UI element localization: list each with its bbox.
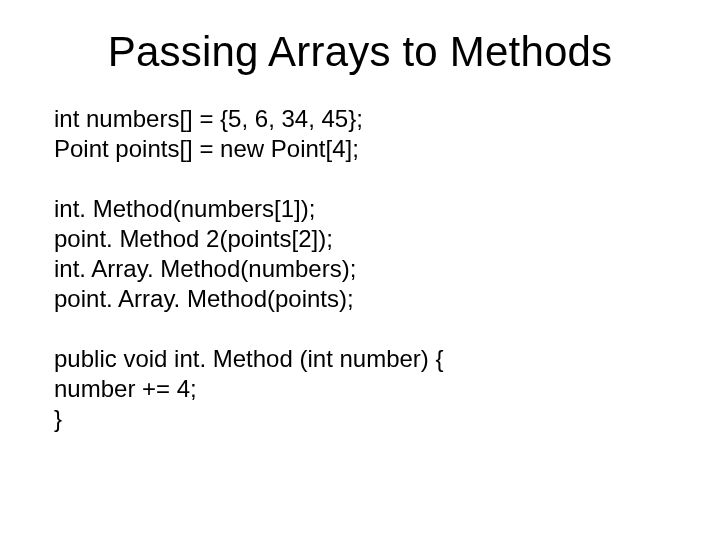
- code-line: point. Array. Method(points);: [54, 284, 666, 314]
- code-block-calls: int. Method(numbers[1]); point. Method 2…: [54, 194, 666, 314]
- code-line: int. Array. Method(numbers);: [54, 254, 666, 284]
- code-block-method-def: public void int. Method (int number) { n…: [54, 344, 666, 434]
- code-line: point. Method 2(points[2]);: [54, 224, 666, 254]
- slide-body: int numbers[] = {5, 6, 34, 45}; Point po…: [54, 104, 666, 434]
- slide: Passing Arrays to Methods int numbers[] …: [0, 0, 720, 540]
- code-line: int. Method(numbers[1]);: [54, 194, 666, 224]
- code-line: int numbers[] = {5, 6, 34, 45};: [54, 104, 666, 134]
- code-line: number += 4;: [54, 374, 666, 404]
- slide-title: Passing Arrays to Methods: [54, 28, 666, 76]
- code-line: Point points[] = new Point[4];: [54, 134, 666, 164]
- code-line: }: [54, 404, 666, 434]
- code-block-declarations: int numbers[] = {5, 6, 34, 45}; Point po…: [54, 104, 666, 164]
- code-line: public void int. Method (int number) {: [54, 344, 666, 374]
